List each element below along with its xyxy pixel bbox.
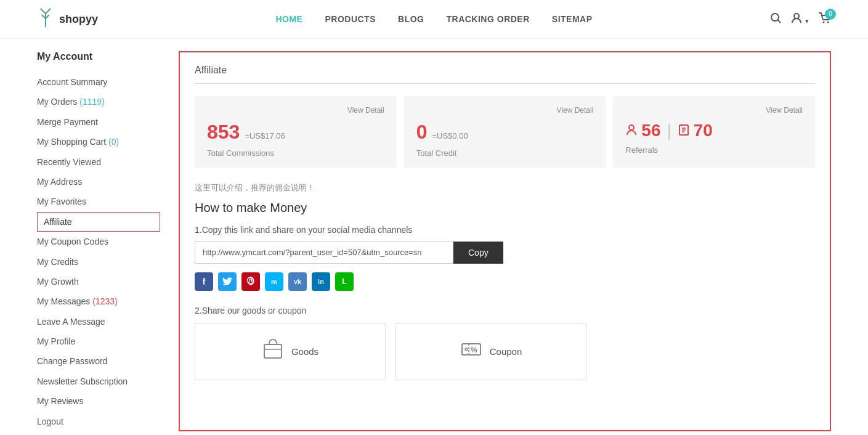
referral-order-count: 70 xyxy=(694,121,713,140)
order-icon xyxy=(678,123,690,139)
share-coupon-card[interactable]: % Coupon xyxy=(395,323,586,380)
vk-share-icon[interactable]: vk xyxy=(288,272,307,291)
logo[interactable]: shopyy xyxy=(37,7,98,31)
content-area: Affiliate View Detail 853 =US$17.06 Tota… xyxy=(179,51,831,431)
search-button[interactable] xyxy=(770,12,781,26)
referral-users: 56 xyxy=(625,121,660,140)
svg-point-7 xyxy=(794,14,799,18)
svg-point-8 xyxy=(822,21,824,23)
facebook-share-icon[interactable]: f xyxy=(195,272,213,291)
sidebar-title: My Account xyxy=(37,51,160,62)
sidebar-item-change-password[interactable]: Change Password xyxy=(37,351,160,371)
credit-value: 0 xyxy=(416,121,428,144)
commissions-view-detail[interactable]: View Detail xyxy=(207,106,384,115)
sidebar-item-shopping-cart[interactable]: My Shopping Cart (0) xyxy=(37,132,160,152)
referral-divider: | xyxy=(667,121,671,140)
logo-text: shopyy xyxy=(59,13,98,26)
sidebar-item-leave-message[interactable]: Leave A Message xyxy=(37,312,160,331)
twitter-share-icon[interactable] xyxy=(218,272,237,291)
share-cards-row: Goods % Coupon xyxy=(195,323,815,380)
credit-sub: =US$0.00 xyxy=(432,131,468,140)
user-icon xyxy=(625,123,638,139)
referrals-view-detail[interactable]: View Detail xyxy=(625,106,803,115)
sidebar-item-merge-payment[interactable]: Merge Payment xyxy=(37,112,160,132)
affiliate-description: 这里可以介绍，推荐的佣金说明！ xyxy=(195,182,815,193)
nav-blog[interactable]: BLOG xyxy=(398,14,424,24)
header-icons: ▾ 0 xyxy=(770,12,831,26)
linkedin-share-icon[interactable]: in xyxy=(312,272,330,291)
stat-commissions: View Detail 853 =US$17.06 Total Commissi… xyxy=(195,96,397,168)
sidebar-item-affiliate[interactable]: Affiliate xyxy=(37,212,160,232)
commissions-value-row: 853 =US$17.06 xyxy=(207,121,384,144)
main-layout: My Account Account Summary My Orders (11… xyxy=(0,39,868,435)
sidebar-item-my-reviews[interactable]: My Reviews xyxy=(37,391,160,411)
header: shopyy HOME PRODUCTS BLOG TRACKING ORDER… xyxy=(0,0,868,39)
main-nav: HOME PRODUCTS BLOG TRACKING ORDER SITEMA… xyxy=(275,14,592,24)
sidebar-item-newsletter[interactable]: Newsletter Subscription xyxy=(37,372,160,391)
credit-label: Total Credit xyxy=(416,148,594,158)
sidebar-item-account-summary[interactable]: Account Summary xyxy=(37,72,160,92)
coupon-label: Coupon xyxy=(490,346,522,357)
svg-text:%: % xyxy=(471,346,477,354)
step1-label: 1.Copy this link and share on your socia… xyxy=(195,225,815,235)
nav-tracking[interactable]: TRACKING ORDER xyxy=(446,14,529,24)
content-title: Affiliate xyxy=(195,65,815,84)
referral-orders: 70 xyxy=(678,121,713,140)
svg-point-10 xyxy=(629,125,634,130)
svg-rect-15 xyxy=(264,344,282,358)
sidebar-item-recently-viewed[interactable]: Recently Viewed xyxy=(37,152,160,172)
affiliate-link-input[interactable] xyxy=(195,241,453,264)
commissions-sub: =US$17.06 xyxy=(245,131,285,140)
commissions-value: 853 xyxy=(207,121,240,144)
referrals-label: Referrals xyxy=(625,145,803,155)
stats-row: View Detail 853 =US$17.06 Total Commissi… xyxy=(195,96,815,168)
referrals-values: 56 | 70 xyxy=(625,121,803,140)
how-to-title: How to make Money xyxy=(195,201,815,215)
sidebar-item-logout[interactable]: Logout xyxy=(37,412,160,431)
svg-line-6 xyxy=(777,20,781,23)
line-share-icon[interactable]: L xyxy=(335,272,354,291)
stat-referrals: View Detail 56 | xyxy=(613,96,815,168)
account-button[interactable]: ▾ xyxy=(791,12,809,26)
sidebar-item-my-growth[interactable]: My Growth xyxy=(37,272,160,291)
svg-point-18 xyxy=(465,348,468,351)
messenger-share-icon[interactable]: m xyxy=(265,272,283,291)
share-goods-card[interactable]: Goods xyxy=(195,323,386,380)
stat-credit: View Detail 0 =US$0.00 Total Credit xyxy=(404,96,606,168)
credit-view-detail[interactable]: View Detail xyxy=(416,106,594,115)
nav-home[interactable]: HOME xyxy=(275,14,302,24)
coupon-icon: % xyxy=(460,338,482,365)
goods-label: Goods xyxy=(291,346,318,357)
step2-label: 2.Share our goods or coupon xyxy=(195,306,815,315)
svg-line-2 xyxy=(46,9,51,14)
sidebar-item-coupon-codes[interactable]: My Coupon Codes xyxy=(37,232,160,251)
svg-point-5 xyxy=(771,14,779,21)
sidebar-item-my-address[interactable]: My Address xyxy=(37,172,160,192)
sidebar: My Account Account Summary My Orders (11… xyxy=(37,51,160,431)
pinterest-share-icon[interactable] xyxy=(241,272,260,291)
sidebar-item-my-profile[interactable]: My Profile xyxy=(37,331,160,351)
credit-value-row: 0 =US$0.00 xyxy=(416,121,594,144)
logo-icon xyxy=(37,7,54,31)
nav-sitemap[interactable]: SITEMAP xyxy=(552,14,593,24)
social-icons-row: f m vk in L xyxy=(195,272,815,291)
sidebar-item-my-messages[interactable]: My Messages (1233) xyxy=(37,291,160,311)
commissions-label: Total Commissions xyxy=(207,148,384,158)
sidebar-item-my-credits[interactable]: My Credits xyxy=(37,252,160,272)
sidebar-item-my-favorites[interactable]: My Favorites xyxy=(37,192,160,211)
sidebar-item-my-orders[interactable]: My Orders (1119) xyxy=(37,92,160,112)
goods-icon xyxy=(262,338,284,365)
cart-button[interactable]: 0 xyxy=(819,12,831,26)
referral-user-count: 56 xyxy=(641,121,660,140)
svg-point-9 xyxy=(827,21,829,23)
svg-line-1 xyxy=(41,9,46,14)
copy-button[interactable]: Copy xyxy=(453,242,503,264)
link-copy-row: Copy xyxy=(195,241,815,264)
cart-count: 0 xyxy=(825,9,836,20)
nav-products[interactable]: PRODUCTS xyxy=(325,14,376,24)
